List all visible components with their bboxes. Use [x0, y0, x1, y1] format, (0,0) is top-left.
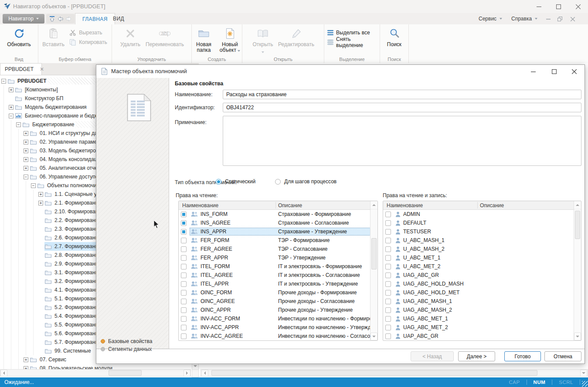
- permission-row[interactable]: FER_APPRТЭР - Утверждение: [179, 253, 370, 262]
- tree-expander[interactable]: +: [22, 129, 30, 138]
- tree-expander[interactable]: −: [22, 172, 30, 181]
- close-icon[interactable]: [568, 0, 588, 13]
- radio-process-steps[interactable]: Для шагов процессов: [275, 178, 336, 185]
- permission-row[interactable]: OINC_FORMПрочие доходы - Формирование: [179, 288, 370, 297]
- permission-row[interactable]: FER_AGREEТЭР - Согласование: [179, 245, 370, 253]
- name-field[interactable]: [223, 90, 581, 99]
- scroll-up-icon[interactable]: [370, 201, 377, 209]
- permission-row[interactable]: FER_FORMТЭР - Формирование: [179, 236, 370, 245]
- row-checkbox[interactable]: [385, 212, 391, 217]
- permission-row[interactable]: UAG_ABC_GR: [383, 271, 574, 279]
- permission-row[interactable]: INS_FORMСтрахование - Формирование: [179, 210, 370, 219]
- tree-expander[interactable]: +: [37, 199, 44, 207]
- permission-row[interactable]: TESTUSER: [383, 227, 574, 236]
- row-checkbox[interactable]: [385, 246, 391, 252]
- deselect-button[interactable]: Снять выделение: [325, 38, 379, 47]
- permission-row[interactable]: UAP_ABC_GR: [383, 332, 574, 340]
- row-checkbox[interactable]: [385, 281, 391, 287]
- cancel-button[interactable]: Отмена: [544, 351, 581, 361]
- tree-expander[interactable]: −: [0, 77, 7, 85]
- permission-row[interactable]: ADMIN: [383, 210, 574, 219]
- mdi-restore-icon[interactable]: [555, 15, 564, 23]
- row-checkbox[interactable]: [385, 299, 391, 304]
- scrollbar-thumb[interactable]: [109, 370, 142, 376]
- permission-row[interactable]: DEFAULT: [383, 219, 574, 227]
- row-checkbox[interactable]: [385, 307, 391, 313]
- row-checkbox[interactable]: [385, 316, 391, 322]
- tree-expander[interactable]: −: [15, 120, 22, 129]
- permission-row[interactable]: UAG_ABC_MASH_1: [383, 297, 574, 306]
- tree-expander[interactable]: −: [30, 181, 37, 190]
- list-vscrollbar[interactable]: [370, 201, 377, 340]
- row-checkbox[interactable]: [385, 220, 391, 226]
- wizard-step-segments[interactable]: Сегменты данных: [101, 346, 152, 352]
- permission-row[interactable]: INV-ACC_FORMИнвестиции по начислению - Ф…: [179, 314, 370, 323]
- navigator-menu-button[interactable]: Навигатор: [3, 14, 44, 24]
- next-button[interactable]: Далее >: [458, 351, 495, 361]
- go-up-icon[interactable]: [49, 16, 55, 22]
- back-icon[interactable]: [57, 16, 64, 22]
- row-checkbox[interactable]: [385, 273, 391, 278]
- permission-row[interactable]: UAG_ABC_HOLD_MASH: [383, 279, 574, 288]
- row-checkbox[interactable]: [181, 316, 187, 322]
- pane-hscrollbar[interactable]: [201, 369, 588, 377]
- permission-row[interactable]: INS_AGREEСтрахование - Согласование: [179, 219, 370, 227]
- permission-row[interactable]: UAG_ABC_HOLD_MET: [383, 288, 574, 297]
- scroll-left-icon[interactable]: [0, 370, 7, 377]
- menu-service[interactable]: Сервис: [474, 13, 506, 24]
- mdi-minimize-icon[interactable]: [544, 15, 553, 23]
- permission-row[interactable]: INV-ACC_APPRИнвестиции по начислению - У…: [179, 323, 370, 332]
- tree-expander[interactable]: +: [22, 155, 30, 164]
- permission-row[interactable]: INS_APPRСтрахование - Утверждение: [179, 227, 370, 236]
- row-checkbox[interactable]: [181, 238, 187, 243]
- row-checkbox[interactable]: [181, 220, 187, 226]
- new-folder-button[interactable]: Новая папка: [191, 26, 217, 54]
- row-checkbox[interactable]: [181, 273, 187, 278]
- scrollbar-thumb[interactable]: [575, 211, 580, 239]
- radio-static[interactable]: Статический: [216, 178, 255, 185]
- menu-help[interactable]: Справка: [507, 13, 542, 24]
- row-checkbox[interactable]: [181, 299, 187, 304]
- row-checkbox[interactable]: [181, 307, 187, 313]
- permission-row[interactable]: UAG_ABC_MET_1: [383, 314, 574, 323]
- row-checkbox[interactable]: [385, 255, 391, 261]
- dialog-minimize-icon[interactable]: [525, 65, 541, 78]
- wizard-step-basic[interactable]: Базовые свойства: [101, 338, 153, 344]
- tab-view[interactable]: ВИД: [106, 13, 131, 24]
- tree-expander[interactable]: +: [22, 164, 30, 172]
- row-checkbox[interactable]: [181, 264, 187, 269]
- permission-row[interactable]: U_ABC_MET_1: [383, 253, 574, 262]
- finish-button[interactable]: Готово: [504, 351, 541, 361]
- permission-row[interactable]: U_ABC_MET_2: [383, 262, 574, 271]
- row-checkbox[interactable]: [181, 229, 187, 235]
- minimize-icon[interactable]: [529, 0, 549, 13]
- resize-grip[interactable]: [582, 381, 588, 387]
- tree-expander[interactable]: +: [22, 146, 30, 155]
- scroll-right-icon[interactable]: [580, 370, 587, 377]
- scroll-down-icon[interactable]: [574, 333, 581, 340]
- row-checkbox[interactable]: [181, 333, 187, 339]
- row-checkbox[interactable]: [181, 325, 187, 330]
- permission-row[interactable]: ITEL_AGREEIT и электросвязь - Согласован…: [179, 271, 370, 279]
- permission-row[interactable]: U_ABC_MASH_2: [383, 245, 574, 253]
- row-checkbox[interactable]: [385, 264, 391, 269]
- permission-row[interactable]: OINC_AGREEПрочие доходы - Согласование: [179, 297, 370, 306]
- scroll-up-icon[interactable]: [574, 201, 581, 209]
- permission-row[interactable]: UAG_ABC_MET_2: [383, 323, 574, 332]
- select-all-button[interactable]: Выделить все: [325, 28, 379, 37]
- tree-expander[interactable]: +: [7, 103, 15, 111]
- dialog-maximize-icon[interactable]: [546, 65, 562, 78]
- row-checkbox[interactable]: [385, 325, 391, 330]
- tree-expander[interactable]: +: [22, 355, 30, 364]
- scrollbar-thumb[interactable]: [371, 238, 377, 269]
- new-object-button[interactable]: Новый объект: [218, 26, 243, 54]
- row-checkbox[interactable]: [181, 290, 187, 296]
- dialog-close-icon[interactable]: [566, 65, 582, 78]
- row-checkbox[interactable]: [385, 290, 391, 296]
- permission-row[interactable]: OINC_APPRПрочие доходы - Утверждение: [179, 306, 370, 314]
- tree-expander[interactable]: +: [37, 190, 44, 199]
- scroll-down-icon[interactable]: [370, 333, 377, 340]
- permission-row[interactable]: INV-ACC_AGREEИнвестиции по начислению - …: [179, 332, 370, 340]
- scrollbar-thumb[interactable]: [211, 370, 537, 376]
- mdi-close-icon[interactable]: [568, 15, 577, 23]
